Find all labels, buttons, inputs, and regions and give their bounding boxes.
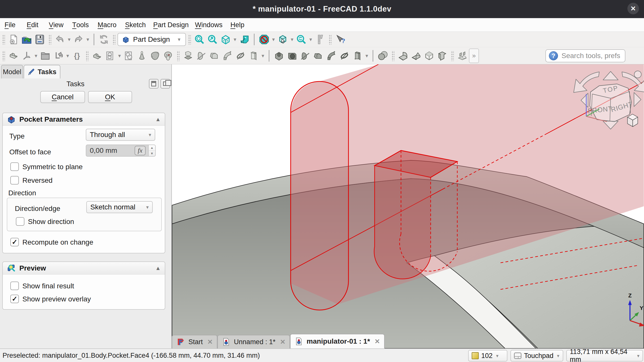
create-body-button[interactable] <box>7 49 20 62</box>
toolbar-drag-handle[interactable] <box>86 51 89 61</box>
navcube-top-view-circle[interactable] <box>634 71 641 78</box>
show-final-result-label[interactable]: Show final result <box>22 282 74 290</box>
panel-tab-model[interactable]: Model <box>1 65 23 78</box>
doc-tab-start[interactable]: Start ✕ <box>172 335 217 348</box>
additive-helix-button[interactable] <box>234 49 247 62</box>
cancel-button[interactable]: Cancel <box>40 91 85 103</box>
show-preview-overlay-checkbox[interactable]: ✓ <box>10 295 19 303</box>
doc-tab-manipulator-01[interactable]: manipulator-01 : 1* ✕ <box>290 334 385 348</box>
primitive-menu-caret[interactable]: ▾ <box>260 53 266 59</box>
link-menu-caret[interactable]: ▾ <box>65 53 70 59</box>
subtractive-loft-button[interactable] <box>312 49 325 62</box>
sync-view-button[interactable] <box>238 33 251 46</box>
subtractive-primitive-button[interactable] <box>351 49 364 62</box>
undo-button[interactable] <box>53 33 66 46</box>
transform-pattern-button[interactable] <box>456 49 469 62</box>
show-final-result-checkbox[interactable] <box>10 282 19 290</box>
measure-button[interactable] <box>313 33 327 46</box>
collapse-arrow-icon[interactable]: ▲ <box>155 265 161 272</box>
refresh-zoom-button[interactable] <box>295 33 308 46</box>
ok-button[interactable]: OK <box>88 91 132 103</box>
viewport-dimension-button[interactable]: 113,71 mm x 64,54 mm ▾ <box>566 350 643 361</box>
save-button[interactable] <box>33 33 46 46</box>
refresh-button[interactable] <box>97 33 110 46</box>
selection-menu-caret[interactable]: ▾ <box>289 36 295 42</box>
recompute-checkbox[interactable]: ✓ <box>10 238 19 246</box>
zoom-menu-caret[interactable]: ▾ <box>308 36 313 42</box>
workbench-selector[interactable]: Part Design ▾ <box>117 33 186 46</box>
subtractive-primitive-menu-caret[interactable]: ▾ <box>364 53 370 59</box>
clipping-plane-button[interactable] <box>258 33 271 46</box>
subtractive-helix-button[interactable] <box>338 49 351 62</box>
shapebinder-button[interactable] <box>91 49 104 62</box>
create-group-button[interactable] <box>39 49 52 62</box>
collapse-arrow-icon[interactable]: ▲ <box>155 116 161 123</box>
style-selector-button[interactable]: 102 ▾ <box>468 350 507 361</box>
axonometric-view-button[interactable] <box>219 33 232 46</box>
fillet-button[interactable] <box>396 49 410 62</box>
datum-menu-caret[interactable]: ▾ <box>33 53 39 59</box>
clone-button[interactable] <box>162 49 175 62</box>
boolean-button[interactable] <box>376 49 389 62</box>
freeform-surface-button[interactable] <box>148 49 162 62</box>
open-file-button[interactable] <box>20 33 33 46</box>
new-file-button[interactable] <box>7 33 20 46</box>
type-select[interactable]: Through all▾ <box>86 129 155 141</box>
tab-close-icon[interactable]: ✕ <box>374 338 380 345</box>
toolbar-drag-handle[interactable] <box>48 34 51 45</box>
preview-header[interactable]: Preview ▲ <box>3 262 165 275</box>
menu-windows[interactable]: Windows <box>193 18 224 32</box>
element-selection-button[interactable] <box>276 33 289 46</box>
symmetric-checkbox[interactable] <box>10 162 19 171</box>
menu-file[interactable]: File <box>3 18 17 32</box>
tab-close-icon[interactable]: ✕ <box>279 338 286 346</box>
menu-tools[interactable]: Tools <box>71 18 90 32</box>
direction-edge-select[interactable]: Sketch normal▾ <box>86 201 153 213</box>
create-link-button[interactable] <box>52 49 65 62</box>
create-sketch-button[interactable] <box>104 49 117 62</box>
toolbar-drag-handle[interactable] <box>177 51 180 61</box>
whats-this-button[interactable]: ? <box>334 33 347 46</box>
clipping-menu-caret[interactable]: ▾ <box>271 36 276 42</box>
undo-menu-caret[interactable]: ▾ <box>66 36 72 42</box>
hole-button[interactable] <box>286 49 299 62</box>
show-direction-label[interactable]: Show direction <box>28 218 74 226</box>
expression-button[interactable]: {} <box>70 49 84 62</box>
doc-tab-unnamed[interactable]: Unnamed : 1* ✕ <box>217 335 290 348</box>
panel-tab-tasks[interactable]: Tasks <box>24 65 60 78</box>
view-menu-caret[interactable]: ▾ <box>232 36 238 42</box>
offset-input[interactable]: 0,00 mm fx <box>86 145 149 157</box>
menu-macro[interactable]: Macro <box>96 18 118 32</box>
menu-sketch[interactable]: Sketch <box>124 18 147 32</box>
pocket-button[interactable] <box>272 49 286 62</box>
validate-sketch-button[interactable] <box>122 49 135 62</box>
recompute-label[interactable]: Recompute on change <box>22 238 93 246</box>
thickness-button[interactable] <box>436 49 449 62</box>
reversed-label[interactable]: Reversed <box>22 176 53 185</box>
expression-fx-button[interactable]: fx <box>135 146 146 155</box>
additive-pipe-button[interactable] <box>221 49 234 62</box>
toolbar-drag-handle[interactable] <box>2 51 5 61</box>
redo-button[interactable] <box>72 33 85 46</box>
reversed-checkbox[interactable] <box>10 176 19 185</box>
menu-help[interactable]: Help <box>229 18 246 32</box>
redo-menu-caret[interactable]: ▾ <box>85 36 91 42</box>
menu-edit[interactable]: Edit <box>25 18 40 32</box>
toolbar-drag-handle[interactable] <box>391 51 394 61</box>
datum-point-button[interactable] <box>135 49 148 62</box>
3d-viewport[interactable]: TOP FRONT RIGHT Z Y X <box>172 64 644 348</box>
additive-loft-button[interactable] <box>208 49 221 62</box>
create-datum-button[interactable] <box>20 49 33 62</box>
additive-primitive-button[interactable] <box>247 49 260 62</box>
symmetric-label[interactable]: Symmetric to plane <box>22 163 83 171</box>
spin-down-icon[interactable]: ▼ <box>149 151 155 156</box>
fit-all-button[interactable] <box>193 33 206 46</box>
3d-scene[interactable]: TOP FRONT RIGHT Z Y X <box>172 64 644 348</box>
window-close-button[interactable]: ✕ <box>627 3 639 14</box>
pocket-parameters-header[interactable]: Pocket Parameters ▲ <box>3 113 165 126</box>
spin-up-icon[interactable]: ▲ <box>149 145 155 151</box>
groove-button[interactable] <box>299 49 312 62</box>
subtractive-pipe-button[interactable] <box>325 49 338 62</box>
show-preview-overlay-label[interactable]: Show preview overlay <box>22 295 91 303</box>
undock-panel-button[interactable] <box>149 79 158 88</box>
